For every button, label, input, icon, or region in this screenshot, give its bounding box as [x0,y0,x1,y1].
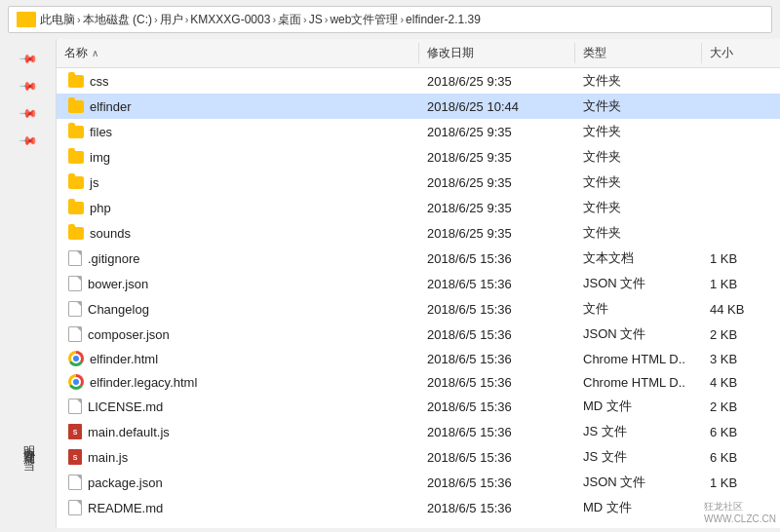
chrome-icon [68,351,84,366]
js-file-icon: S [68,449,82,465]
file-name: package.json [57,471,419,494]
arrow-7: › [400,14,404,25]
pin-icon-2[interactable]: 📌 [14,72,41,99]
file-icon [68,500,82,515]
table-row[interactable]: Changelog 2018/6/5 15:36 文件 44 KB [57,296,780,322]
file-name: css [57,69,419,93]
file-size: 6 KB [702,420,780,443]
col-header-size[interactable]: 大小 [702,43,780,63]
file-size [702,171,780,194]
address-item-elfinder[interactable]: elfinder-2.1.39 [406,13,481,26]
col-header-type[interactable]: 类型 [575,43,702,63]
file-modified: 2018/6/5 15:36 [419,471,575,494]
file-type: MD 文件 [575,496,702,519]
col-modified-label: 修改日期 [427,45,474,61]
file-modified: 2018/6/5 15:36 [419,395,575,418]
folder-icon [68,151,84,164]
address-item-c[interactable]: 本地磁盘 (C:) [83,12,152,28]
col-header-name[interactable]: 名称 ∧ [57,43,419,63]
address-item-user[interactable]: 用户 [160,12,183,28]
table-row[interactable]: files 2018/6/25 9:35 文件夹 [57,119,780,144]
table-row[interactable]: php 2018/6/25 9:35 文件夹 [57,195,780,220]
arrow-6: › [325,14,329,25]
chrome-icon [68,374,84,390]
address-item-js[interactable]: JS [309,13,323,26]
table-row[interactable]: S main.default.js 2018/6/5 15:36 JS 文件 6… [57,419,780,444]
table-row[interactable]: elfinder 2018/6/25 10:44 文件夹 [57,94,780,119]
file-type: 文件夹 [575,171,702,194]
col-size-label: 大小 [710,45,733,61]
file-name: elfinder [57,95,419,118]
file-icon [68,326,82,342]
file-type: 文件夹 [575,145,702,169]
address-item-km[interactable]: KMXXXG-0003 [190,13,270,26]
file-size [702,69,780,93]
pin-icon-3[interactable]: 📌 [14,99,41,127]
file-size: 1 KB [702,272,780,295]
file-icon [68,250,82,266]
file-modified: 2018/6/25 9:35 [419,171,575,194]
file-modified: 2018/6/5 15:36 [419,420,575,443]
table-row[interactable]: .gitignore 2018/6/5 15:36 文本文档 1 KB [57,246,780,271]
folder-icon [68,75,84,88]
table-row[interactable]: S main.js 2018/6/5 15:36 JS 文件 6 KB [57,444,780,470]
file-modified: 2018/6/25 9:35 [419,221,575,245]
file-type: 文本文档 [575,247,702,270]
file-modified: 2018/6/25 9:35 [419,69,575,93]
file-name: elfinder.legacy.html [57,371,419,393]
file-name-text: sounds [90,226,131,241]
table-row[interactable]: js 2018/6/25 9:35 文件夹 [57,170,780,195]
address-item-pc[interactable]: 此电脑 [40,12,75,28]
file-type: Chrome HTML D.. [575,348,702,369]
table-row[interactable]: css 2018/6/25 9:35 文件夹 [57,68,780,94]
file-modified: 2018/6/5 15:36 [419,297,575,321]
folder-icon [68,227,84,240]
address-bar: 此电脑 › 本地磁盘 (C:) › 用户 › KMXXXG-0003 › 桌面 … [8,6,772,33]
folder-icon [68,100,84,113]
table-row[interactable]: img 2018/6/25 9:35 文件夹 [57,144,780,170]
file-name-text: package.json [88,475,163,490]
table-row[interactable]: bower.json 2018/6/5 15:36 JSON 文件 1 KB [57,271,780,296]
pin-icon-1[interactable]: 📌 [14,45,41,72]
watermark: 狂龙社区 WWW.CLZC.CN [704,500,776,524]
file-size [702,145,780,169]
js-file-icon: S [68,424,82,439]
col-header-modified[interactable]: 修改日期 [419,43,575,63]
file-name: bower.json [57,272,419,295]
column-headers: 名称 ∧ 修改日期 类型 大小 [57,39,780,68]
file-type: JS 文件 [575,420,702,443]
sort-arrow-icon: ∧ [92,48,98,58]
file-modified: 2018/6/25 9:35 [419,145,575,169]
file-modified: 2018/6/5 15:36 [419,272,575,295]
file-name: files [57,120,419,143]
file-type: 文件夹 [575,221,702,245]
file-rows[interactable]: css 2018/6/25 9:35 文件夹 elfinder 2018/6/2… [57,68,780,528]
file-name: php [57,196,419,219]
pin-icon-4[interactable]: 📌 [14,127,41,154]
table-row[interactable]: sounds 2018/6/25 9:35 文件夹 [57,220,780,246]
address-item-web[interactable]: web文件管理 [330,12,398,28]
file-size: 2 KB [702,323,780,346]
sidebar: 📌 📌 📌 📌 明办管理局 当 [0,39,57,528]
file-name-text: img [90,150,110,165]
table-row[interactable]: package.json 2018/6/5 15:36 JSON 文件 1 KB [57,470,780,495]
file-modified: 2018/6/5 15:36 [419,348,575,369]
table-row[interactable]: LICENSE.md 2018/6/5 15:36 MD 文件 2 KB [57,394,780,419]
arrow-3: › [185,14,189,25]
file-modified: 2018/6/25 9:35 [419,196,575,219]
table-row[interactable]: elfinder.legacy.html 2018/6/5 15:36 Chro… [57,370,780,394]
file-name-text: README.md [88,501,163,515]
address-item-desktop[interactable]: 桌面 [278,12,301,28]
table-row[interactable]: composer.json 2018/6/5 15:36 JSON 文件 2 K… [57,322,780,347]
file-type: JSON 文件 [575,272,702,295]
file-size: 1 KB [702,247,780,270]
file-type: JS 文件 [575,445,702,469]
table-row[interactable]: README.md 2018/6/5 15:36 MD 文件 [57,495,780,520]
nav-folder-icon [17,12,36,27]
file-type: 文件夹 [575,69,702,93]
table-row[interactable]: elfinder.html 2018/6/5 15:36 Chrome HTML… [57,347,780,370]
col-type-label: 类型 [583,45,606,61]
file-name: composer.json [57,323,419,346]
arrow-5: › [303,14,307,25]
file-size: 4 KB [702,371,780,393]
